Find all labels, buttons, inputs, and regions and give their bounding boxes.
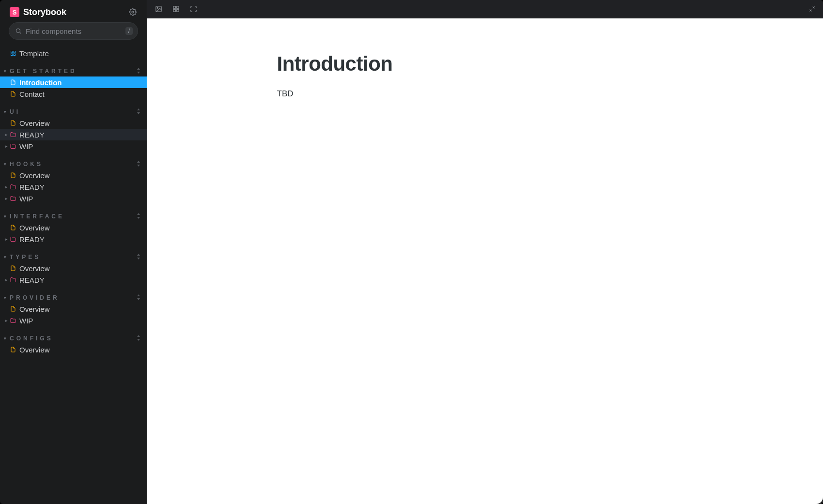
app-root: S Storybook / Template▾GET STARTEDIntrod… [0, 0, 823, 504]
tree-item[interactable]: ▸READY [0, 274, 147, 286]
tree-item[interactable]: Overview [0, 344, 147, 355]
grid-icon [172, 5, 180, 13]
svg-point-1 [16, 29, 20, 32]
group-header[interactable]: ▾HOOKS [0, 159, 147, 169]
caret-down-icon: ▾ [4, 214, 9, 219]
caret-down-icon: ▾ [4, 255, 9, 260]
sort-icon[interactable] [136, 213, 141, 220]
tree-item-label: READY [19, 131, 45, 139]
folder-icon [10, 143, 16, 150]
doc-icon [10, 79, 16, 86]
tree-item-label: Overview [19, 305, 50, 313]
focus-tool-button[interactable] [189, 5, 198, 14]
svg-rect-10 [176, 6, 178, 8]
brand-badge: S [10, 7, 19, 17]
tree-item[interactable]: ▸READY [0, 233, 147, 245]
tree-item[interactable]: ▸READY [0, 129, 147, 140]
search-input[interactable] [22, 27, 125, 35]
image-tool-button[interactable] [154, 5, 163, 14]
tree-item-label: Overview [19, 346, 50, 354]
canvas: Introduction TBD [147, 18, 823, 504]
tree-item[interactable]: ▸WIP [0, 193, 147, 204]
tree-item[interactable]: ▸WIP [0, 315, 147, 326]
settings-button[interactable] [127, 7, 138, 17]
svg-rect-6 [14, 54, 16, 56]
group-header[interactable]: ▾TYPES [0, 252, 147, 262]
caret-down-icon: ▾ [4, 109, 9, 114]
tree-item-label: Overview [19, 119, 50, 127]
tree-item-label: Overview [19, 171, 50, 180]
caret-icon: ▸ [4, 132, 9, 137]
sidebar-header: S Storybook [0, 0, 147, 22]
tree-item-label: WIP [19, 142, 33, 151]
focus-icon [190, 5, 197, 13]
tree-item[interactable]: Template [0, 47, 147, 59]
group-label: CONFIGS [10, 335, 53, 342]
svg-rect-5 [11, 54, 13, 56]
tree-item[interactable]: ▸READY [0, 181, 147, 193]
gear-icon [129, 8, 137, 16]
folder-icon [10, 195, 16, 202]
tree-item[interactable]: Introduction [0, 76, 147, 88]
tree-item[interactable]: Overview [0, 303, 147, 315]
tree-item[interactable]: Overview [0, 117, 147, 129]
caret-icon: ▸ [4, 237, 9, 242]
brand[interactable]: S Storybook [10, 7, 66, 17]
tree-item[interactable]: Overview [0, 222, 147, 233]
group-label: PROVIDER [10, 294, 60, 301]
caret-down-icon: ▾ [4, 295, 9, 300]
sort-icon[interactable] [136, 335, 141, 342]
sidebar: S Storybook / Template▾GET STARTEDIntrod… [0, 0, 147, 504]
svg-rect-4 [14, 51, 16, 53]
group-header[interactable]: ▾INTERFACE [0, 211, 147, 222]
folder-icon [10, 236, 16, 243]
tree-item-label: WIP [19, 317, 33, 325]
toolbar-left [154, 5, 198, 14]
tree-item[interactable]: ▸WIP [0, 140, 147, 152]
svg-point-8 [157, 7, 158, 8]
group-header[interactable]: ▾PROVIDER [0, 292, 147, 303]
doc-body: TBD [277, 89, 694, 99]
doc-icon [10, 224, 16, 231]
group-label: UI [10, 108, 20, 115]
doc-icon [10, 120, 16, 126]
canvas-toolbar [147, 0, 823, 18]
tree-item[interactable]: Overview [0, 169, 147, 181]
main-panel: Introduction TBD [147, 0, 823, 504]
tree-item[interactable]: Overview [0, 262, 147, 274]
folder-icon [10, 276, 16, 283]
tree-item-label: READY [19, 183, 45, 191]
sort-icon[interactable] [136, 294, 141, 301]
svg-rect-9 [173, 6, 175, 8]
group-label: HOOKS [10, 161, 43, 168]
search-icon [15, 28, 22, 34]
sort-icon[interactable] [136, 108, 141, 115]
tree-item[interactable]: Contact [0, 88, 147, 100]
search-container: / [0, 22, 147, 45]
fullscreen-button[interactable] [807, 5, 816, 14]
folder-icon [10, 131, 16, 138]
component-icon [10, 50, 16, 57]
caret-down-icon: ▾ [4, 336, 9, 341]
group-header[interactable]: ▾CONFIGS [0, 333, 147, 344]
caret-icon: ▸ [4, 196, 9, 201]
search-field[interactable]: / [9, 22, 138, 40]
grid-tool-button[interactable] [171, 5, 180, 14]
doc-icon [10, 172, 16, 179]
tree-item-label: READY [19, 235, 45, 244]
search-shortcut: / [125, 27, 133, 35]
doc-icon [10, 91, 16, 97]
brand-name: Storybook [23, 7, 66, 17]
caret-down-icon: ▾ [4, 162, 9, 167]
doc-icon [10, 265, 16, 272]
tree-item-label: Contact [19, 90, 45, 98]
tree-item-label: Template [19, 49, 49, 58]
sort-icon[interactable] [136, 68, 141, 75]
group-header[interactable]: ▾GET STARTED [0, 66, 147, 76]
group-header[interactable]: ▾UI [0, 107, 147, 117]
folder-icon [10, 317, 16, 324]
sort-icon[interactable] [136, 161, 141, 168]
sort-icon[interactable] [136, 254, 141, 260]
image-icon [155, 5, 162, 13]
caret-icon: ▸ [4, 318, 9, 323]
